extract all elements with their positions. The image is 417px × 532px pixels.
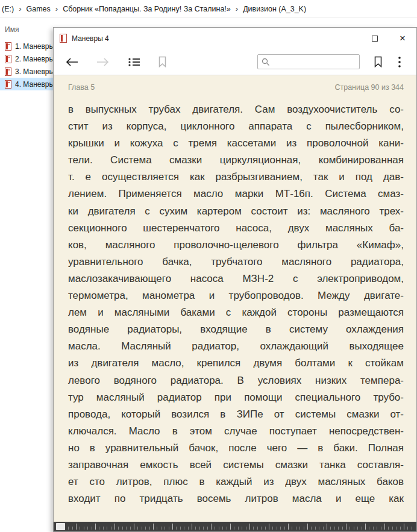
text-line: секционного шестеренчатого насоса, двух … — [68, 220, 404, 237]
chevron-right-icon: › — [18, 5, 22, 13]
close-icon: ✕ — [400, 34, 406, 42]
scrubber-ticks-icon — [57, 524, 413, 530]
text-line: крышки и кожуха с тремя кассетами из про… — [68, 135, 404, 152]
text-line: но в уравнительный бачок, после чего — в… — [68, 440, 404, 457]
text-line: ков, масляного проволочно-щелевого фильт… — [68, 237, 404, 254]
progress-scrubber[interactable] — [54, 522, 416, 531]
bookmark-outline-icon — [158, 56, 167, 67]
text-line: в выпускных трубах двигателя. Сам воздух… — [68, 101, 404, 118]
breadcrumb-item[interactable]: Дивизион (A_3_K) — [243, 5, 306, 13]
back-button[interactable] — [63, 54, 80, 70]
search-icon — [262, 58, 270, 66]
chapter-label: Глава 5 — [68, 83, 95, 92]
book-file-icon — [5, 67, 11, 76]
window-controls: ✕ — [361, 28, 416, 49]
reader-window: Маневры 4 ✕ — [53, 27, 417, 532]
reading-area: Глава 5 Страница 90 из 344 в выпускных т… — [54, 75, 416, 522]
maximize-icon — [372, 36, 378, 42]
app-icon — [60, 34, 67, 43]
page-header: Глава 5 Страница 90 из 344 — [68, 83, 404, 92]
kebab-menu-icon — [398, 56, 401, 68]
breadcrumb-item[interactable]: Сборник «Попаданцы. За Родину! За Сталин… — [63, 5, 231, 13]
file-name: 1. Маневры — [15, 42, 54, 51]
text-line: термометра, манометра и трубопроводов. М… — [68, 287, 404, 304]
text-line: провода, который возился в ЗИПе от систе… — [68, 406, 404, 423]
bookmarks-list-button[interactable] — [154, 54, 171, 70]
chevron-right-icon: › — [55, 5, 58, 13]
text-line: левого водяного радиатора. В условиях ни… — [68, 372, 404, 389]
text-line: водяные радиаторы, входящие в систему ох… — [68, 321, 404, 338]
text-line: ки двигателя с сухим картером состоит из… — [68, 203, 404, 220]
book-file-icon — [5, 42, 11, 51]
reader-toolbar — [54, 49, 416, 75]
text-line: ключался. Масло в этом случае поступает … — [68, 423, 404, 440]
book-file-icon — [5, 55, 11, 63]
window-title: Маневры 4 — [72, 34, 109, 43]
text-line: входит по тридцать восемь литров масла и… — [68, 490, 404, 507]
progress-thumb[interactable] — [56, 523, 65, 530]
page-text: в выпускных трубах двигателя. Сам воздух… — [68, 101, 404, 507]
breadcrumb: (E:)›Games›Сборник «Попаданцы. За Родину… — [0, 0, 417, 18]
add-bookmark-button[interactable] — [369, 54, 386, 70]
file-name: 3. Маневры — [15, 67, 54, 76]
close-button[interactable]: ✕ — [389, 28, 416, 49]
forward-button[interactable] — [95, 54, 111, 70]
contents-button[interactable] — [126, 54, 143, 70]
search-box — [257, 54, 360, 69]
text-line: лем и масляными баками с каждой стороны … — [68, 304, 404, 321]
forward-arrow-icon — [96, 57, 110, 67]
bookmark-icon — [374, 56, 383, 67]
page-counter: Страница 90 из 344 — [334, 83, 404, 92]
text-line: из двигателя масло, крепился двумя болта… — [68, 355, 404, 372]
text-line: тур масляный радиатор при помощи специал… — [68, 389, 404, 406]
file-name: 4. Маневры — [15, 80, 54, 89]
breadcrumb-item[interactable]: Games — [26, 5, 50, 13]
chevron-right-icon: › — [235, 5, 239, 13]
table-of-contents-icon — [128, 57, 140, 67]
text-line: тели. Система смазки циркуляционная, ком… — [68, 152, 404, 169]
search-input[interactable] — [270, 55, 359, 69]
back-arrow-icon — [65, 57, 78, 67]
menu-button[interactable] — [391, 54, 408, 70]
text-line: маслозакачивающего насоса МЗН-2 с электр… — [68, 271, 404, 287]
text-line: масла. Масляный радиатор, охлаждающий вы… — [68, 338, 404, 355]
text-line: лением. Применяется масло марки МТ-16п. … — [68, 186, 404, 202]
text-line: т. е осуществляется как разбрызгиванием,… — [68, 169, 404, 186]
desktop: (E:)›Games›Сборник «Попаданцы. За Родину… — [0, 0, 417, 532]
text-line: ет сто литров, плюс в каждый из двух мас… — [68, 474, 404, 490]
file-name: 2. Маневры — [15, 55, 54, 63]
book-file-icon — [5, 80, 11, 89]
maximize-button[interactable] — [361, 28, 389, 49]
titlebar[interactable]: Маневры 4 ✕ — [54, 28, 416, 49]
text-line: заправочная емкость всей системы смазки … — [68, 457, 404, 474]
breadcrumb-item[interactable]: (E:) — [2, 5, 14, 13]
text-line: уравнительного бачка, трубчатого масляно… — [68, 254, 404, 271]
text-line: стит из корпуса, циклонного аппарата с п… — [68, 118, 404, 135]
